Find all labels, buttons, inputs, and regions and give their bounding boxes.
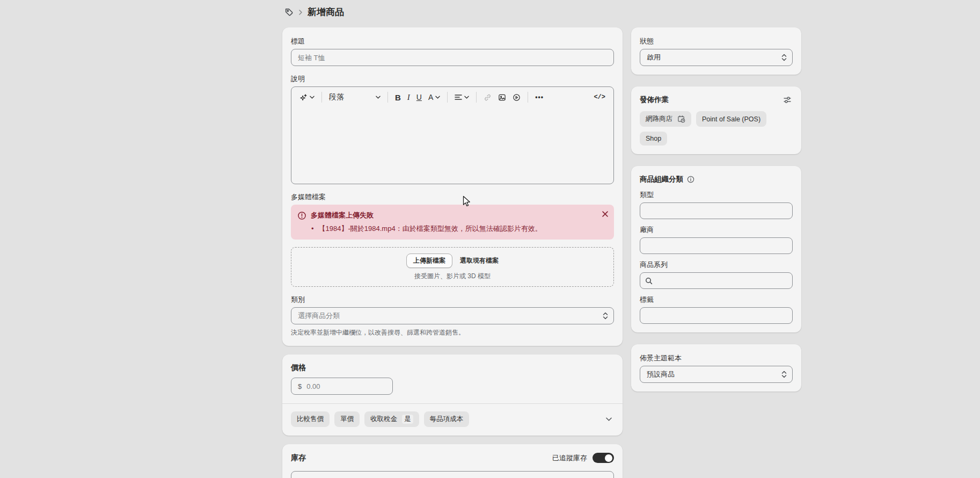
inventory-tracked-label: 已追蹤庫存 xyxy=(552,453,587,463)
chevron-down-icon xyxy=(376,96,381,99)
calendar-clock-icon[interactable] xyxy=(677,115,685,123)
currency-prefix: $ xyxy=(298,382,302,390)
cost-per-item-chip[interactable]: 每品項成本 xyxy=(424,411,470,427)
tags-label: 標籤 xyxy=(640,294,793,305)
channel-pos: Point of Sale (POS) xyxy=(696,111,766,127)
paragraph-label: 段落 xyxy=(329,92,344,102)
media-label: 多媒體檔案 xyxy=(291,192,614,202)
channel-online-store: 網路商店 xyxy=(640,111,691,127)
updown-chevron-icon xyxy=(781,371,787,378)
chevron-down-icon xyxy=(310,96,315,99)
category-label: 類別 xyxy=(291,294,614,305)
toolbar-divider xyxy=(447,92,448,103)
theme-template-value: 預設商品 xyxy=(647,370,675,379)
status-value: 啟用 xyxy=(647,53,661,62)
organization-heading: 商品組織分類 xyxy=(640,175,683,184)
title-label: 標題 xyxy=(291,36,614,47)
media-dropzone[interactable]: 上傳新檔案 選取現有檔案 接受圖片、影片或 3D 模型 xyxy=(291,247,614,287)
price-options-row: 比較售價 單價 收取稅金 是 每品項成本 xyxy=(291,411,614,427)
publishing-card: 發佈作業 網路商店 xyxy=(631,86,801,154)
price-input-group: $ xyxy=(291,378,393,395)
organization-card: 商品組織分類 類型 廠商 商品系列 xyxy=(631,166,801,332)
alignment-button[interactable] xyxy=(451,92,472,103)
collections-input[interactable] xyxy=(656,276,787,285)
collections-input-group xyxy=(640,272,793,289)
title-input[interactable] xyxy=(291,49,614,66)
vendor-input[interactable] xyxy=(640,237,793,254)
more-options-button[interactable]: ••• xyxy=(532,91,547,103)
toggle-knob xyxy=(605,454,612,462)
compare-at-price-chip[interactable]: 比較售價 xyxy=(291,411,330,427)
manage-publishing-button[interactable] xyxy=(782,95,793,105)
status-card: 狀態 啟用 xyxy=(631,27,801,75)
align-left-icon xyxy=(455,94,462,100)
inventory-tracked-toggle[interactable] xyxy=(593,453,614,463)
divider xyxy=(282,403,623,404)
charge-tax-chip[interactable]: 收取稅金 是 xyxy=(364,411,419,427)
type-input[interactable] xyxy=(640,202,793,219)
editor-toolbar: 段落 B I U A xyxy=(291,87,613,107)
updown-chevron-icon xyxy=(781,54,787,61)
chevron-down-icon xyxy=(464,96,469,99)
dropzone-hint: 接受圖片、影片或 3D 模型 xyxy=(297,272,608,281)
category-select[interactable]: 選擇商品分類 xyxy=(291,307,614,324)
italic-button[interactable]: I xyxy=(404,91,413,104)
paragraph-style-select[interactable]: 段落 xyxy=(326,90,384,104)
inventory-heading: 庫存 xyxy=(291,453,306,463)
media-upload-error-banner: 多媒體檔案上傳失敗 • 【1984】-關於1984.mp4：由於檔案類型無效，所… xyxy=(291,205,614,240)
description-textarea[interactable] xyxy=(291,107,613,184)
info-icon[interactable] xyxy=(687,176,694,183)
description-label: 說明 xyxy=(291,74,614,84)
expand-price-options-button[interactable] xyxy=(604,415,614,423)
image-icon xyxy=(498,93,506,102)
sku-input-partial[interactable] xyxy=(291,471,614,478)
text-color-button[interactable]: A xyxy=(425,91,443,104)
page-title: 新增商品 xyxy=(308,6,344,18)
vendor-label: 廠商 xyxy=(640,224,793,235)
type-label: 類型 xyxy=(640,190,793,200)
theme-template-label: 佈景主題範本 xyxy=(640,353,793,364)
chevron-down-icon xyxy=(435,96,440,99)
price-input[interactable] xyxy=(305,382,386,391)
alert-circle-icon xyxy=(297,211,306,220)
close-icon[interactable] xyxy=(602,211,608,217)
unit-price-chip[interactable]: 單價 xyxy=(334,411,360,427)
link-icon xyxy=(484,93,492,102)
status-select[interactable]: 啟用 xyxy=(640,49,793,66)
publishing-heading: 發佈作業 xyxy=(640,95,669,105)
error-detail: 【1984】-關於1984.mp4：由於檔案類型無效，所以無法確認影片有效。 xyxy=(319,224,542,233)
category-help-text: 決定稅率並新增中繼欄位，以改善搜尋、篩選和跨管道銷售。 xyxy=(291,328,614,337)
status-label: 狀態 xyxy=(640,36,793,47)
products-tag-icon[interactable] xyxy=(284,8,294,17)
theme-template-select[interactable]: 預設商品 xyxy=(640,366,793,383)
insert-image-button[interactable] xyxy=(495,91,509,104)
ai-magic-button[interactable] xyxy=(296,91,318,104)
main-column: 標題 說明 xyxy=(282,27,623,478)
insert-video-button[interactable] xyxy=(509,91,524,104)
search-icon xyxy=(645,277,653,285)
tags-input[interactable] xyxy=(640,307,793,324)
sparkle-icon xyxy=(299,93,308,102)
select-existing-files-button[interactable]: 選取現有檔案 xyxy=(460,256,499,265)
channel-shop: Shop xyxy=(640,132,667,146)
toolbar-divider xyxy=(321,92,322,103)
toolbar-divider xyxy=(476,92,477,103)
error-title: 多媒體檔案上傳失敗 xyxy=(311,211,374,220)
description-editor: 段落 B I U A xyxy=(291,86,614,184)
toolbar-divider xyxy=(528,92,528,103)
upload-new-file-button[interactable]: 上傳新檔案 xyxy=(406,254,452,268)
more-icon: ••• xyxy=(535,93,544,101)
show-html-button[interactable]: </> xyxy=(590,91,609,103)
underline-button[interactable]: U xyxy=(413,91,425,104)
bold-button[interactable]: B xyxy=(392,91,404,104)
video-play-icon xyxy=(513,93,521,102)
code-icon: </> xyxy=(594,93,605,101)
product-details-card: 標題 說明 xyxy=(282,27,623,346)
link-button[interactable] xyxy=(480,91,495,104)
inventory-card: 庫存 已追蹤庫存 xyxy=(282,444,623,478)
new-product-page: 新增商品 標題 說明 xyxy=(0,0,980,478)
theme-template-card: 佈景主題範本 預設商品 xyxy=(631,344,801,392)
toolbar-divider xyxy=(387,92,388,103)
breadcrumb: 新增商品 xyxy=(284,6,344,18)
bullet: • xyxy=(311,224,314,233)
